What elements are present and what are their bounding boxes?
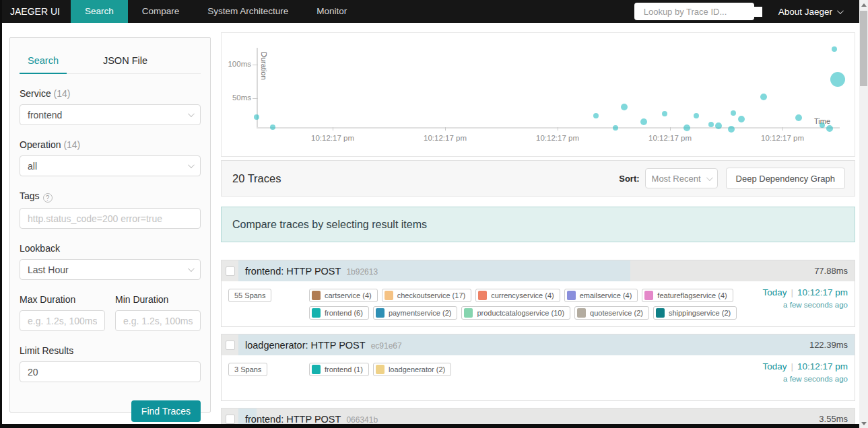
trace-scatter-point[interactable] bbox=[621, 104, 628, 110]
trace-select-checkbox[interactable] bbox=[226, 415, 235, 424]
trace-scatter-point[interactable] bbox=[826, 125, 833, 132]
trace-scatter-point[interactable] bbox=[795, 114, 802, 121]
trace-header[interactable]: loadgenerator: HTTP POSTec91e67122.39ms bbox=[222, 334, 855, 355]
checkbox-cell bbox=[222, 408, 238, 424]
find-traces-button[interactable]: Find Traces bbox=[131, 400, 201, 422]
nav-tab-system-architecture[interactable]: System Architecture bbox=[193, 0, 302, 23]
tab-search[interactable]: Search bbox=[20, 48, 67, 74]
trace-relative-time: a few seconds ago bbox=[740, 301, 848, 309]
trace-scatter-point[interactable] bbox=[731, 110, 736, 116]
service-tag-pill: frontend (1) bbox=[309, 363, 369, 376]
trace-scatter-point[interactable] bbox=[820, 122, 825, 128]
trace-title-row: frontend: HTTP POST066341b3.55ms bbox=[238, 408, 855, 424]
trace-scatter-point[interactable] bbox=[728, 126, 735, 133]
help-icon[interactable]: ? bbox=[43, 193, 53, 203]
top-navbar: JAEGER UI Search Compare System Architec… bbox=[2, 0, 859, 23]
limit-results-wrap bbox=[20, 361, 201, 382]
sort-select[interactable]: Most Recent bbox=[645, 168, 718, 188]
trace-title-row: loadgenerator: HTTP POSTec91e67122.39ms bbox=[238, 334, 855, 355]
trace-select-checkbox[interactable] bbox=[226, 266, 235, 276]
service-color-icon bbox=[376, 365, 385, 374]
trace-scatter-point[interactable] bbox=[254, 114, 259, 120]
service-select-value: frontend bbox=[28, 110, 62, 120]
trace-scatter-point[interactable] bbox=[830, 72, 845, 87]
trace-lookup-box[interactable] bbox=[634, 3, 754, 20]
search-panel: Search JSON File Service (14) frontend O… bbox=[9, 37, 211, 413]
trace-scatter-point[interactable] bbox=[613, 125, 618, 131]
about-jaeger-menu[interactable]: About Jaeger bbox=[778, 7, 842, 17]
operation-select[interactable]: all bbox=[20, 155, 201, 176]
max-duration-input[interactable] bbox=[28, 316, 97, 326]
x-tick-label: 10:12:17 pm bbox=[640, 134, 700, 142]
deep-dependency-graph-button[interactable]: Deep Dependency Graph bbox=[726, 168, 845, 189]
trace-scatter-point[interactable] bbox=[760, 94, 767, 100]
service-select[interactable]: frontend bbox=[20, 104, 201, 125]
trace-title: loadgenerator: HTTP POST bbox=[245, 340, 366, 351]
y-axis-title: Duration bbox=[260, 52, 268, 80]
duration-bar: loadgenerator: HTTP POSTec91e67122.39ms bbox=[238, 334, 855, 355]
limit-results-input[interactable] bbox=[28, 367, 193, 378]
trace-title: frontend: HTTP POST bbox=[245, 414, 341, 424]
service-color-icon bbox=[567, 291, 576, 300]
service-color-icon bbox=[376, 308, 385, 318]
nav-tab-search[interactable]: Search bbox=[71, 0, 128, 23]
trace-scatter-point[interactable] bbox=[738, 116, 745, 122]
x-tick-label: 10:12:17 pm bbox=[302, 134, 363, 142]
chevron-down-icon bbox=[837, 7, 844, 14]
scrollbar-thumb[interactable] bbox=[860, 11, 867, 86]
min-duration-label: Min Duration bbox=[115, 294, 201, 305]
y-tick-mark bbox=[253, 65, 258, 65]
x-tick-label: 10:12:17 pm bbox=[527, 134, 588, 142]
trace-scatter-point[interactable] bbox=[832, 46, 837, 52]
trace-result-list: frontend: HTTP POST1b9261377.88ms55 Span… bbox=[221, 260, 855, 424]
trace-duration: 122.39ms bbox=[809, 334, 848, 355]
trace-time: 10:12:17 pm bbox=[797, 361, 848, 371]
trace-select-checkbox[interactable] bbox=[226, 341, 235, 350]
sort-label: Sort: bbox=[619, 174, 639, 184]
service-tags: cartservice (4)checkoutservice (17)curre… bbox=[309, 287, 740, 320]
trace-scatter-point[interactable] bbox=[593, 113, 599, 118]
duration-bar: frontend: HTTP POST1b9261377.88ms bbox=[238, 260, 855, 281]
x-tick-label: 10:12:17 pm bbox=[415, 134, 475, 142]
chevron-down-icon bbox=[188, 110, 195, 117]
compare-banner: Compare traces by selecting result items bbox=[221, 207, 855, 242]
min-duration-input[interactable] bbox=[123, 316, 193, 326]
nav-tab-monitor[interactable]: Monitor bbox=[302, 0, 361, 23]
trace-scatter-point[interactable] bbox=[683, 124, 690, 131]
service-color-icon bbox=[312, 365, 321, 374]
lookback-select[interactable]: Last Hour bbox=[20, 259, 201, 280]
page-scrollbar[interactable] bbox=[859, 0, 868, 428]
trace-header[interactable]: frontend: HTTP POST066341b3.55ms bbox=[222, 408, 855, 424]
trace-scatter-point[interactable] bbox=[270, 124, 275, 130]
trace-date: Today bbox=[762, 361, 787, 371]
service-color-icon bbox=[312, 308, 321, 318]
trace-scatter-point[interactable] bbox=[662, 111, 667, 116]
results-header-bar: 20 Traces Sort: Most Recent Deep Depende… bbox=[221, 160, 855, 197]
trace-result-card[interactable]: loadgenerator: HTTP POSTec91e67122.39ms3… bbox=[221, 334, 855, 401]
operation-label: Operation (14) bbox=[20, 139, 201, 150]
x-tick-mark bbox=[782, 127, 783, 131]
tags-field-wrap bbox=[20, 208, 201, 229]
chevron-down-icon bbox=[188, 162, 195, 168]
nav-tab-compare[interactable]: Compare bbox=[128, 0, 194, 23]
max-duration-label: Max Duration bbox=[20, 294, 105, 305]
service-color-icon bbox=[644, 291, 653, 300]
nav-tabs: Search Compare System Architecture Monit… bbox=[71, 0, 361, 23]
trace-scatter-point[interactable] bbox=[715, 122, 722, 129]
trace-result-card[interactable]: frontend: HTTP POST1b9261377.88ms55 Span… bbox=[221, 260, 855, 327]
trace-lookup-input[interactable] bbox=[644, 7, 762, 17]
trace-relative-time: a few seconds ago bbox=[740, 375, 848, 383]
trace-scatter-point[interactable] bbox=[708, 122, 714, 127]
span-count-pill: 3 Spans bbox=[228, 363, 267, 376]
tags-label: Tags? bbox=[20, 190, 201, 203]
lookback-select-value: Last Hour bbox=[28, 264, 69, 275]
scroll-down-icon[interactable] bbox=[859, 419, 868, 428]
trace-header[interactable]: frontend: HTTP POST1b9261377.88ms bbox=[222, 260, 855, 281]
trace-result-card[interactable]: frontend: HTTP POST066341b3.55ms bbox=[221, 408, 855, 424]
tags-input[interactable] bbox=[28, 213, 193, 224]
scroll-up-icon[interactable] bbox=[859, 0, 868, 9]
tab-json-file[interactable]: JSON File bbox=[95, 48, 156, 73]
trace-scatter-point[interactable] bbox=[694, 113, 699, 118]
results-column: Duration Time 100ms50ms10:12:17 pm10:12:… bbox=[221, 32, 855, 424]
trace-scatter-point[interactable] bbox=[640, 118, 647, 125]
